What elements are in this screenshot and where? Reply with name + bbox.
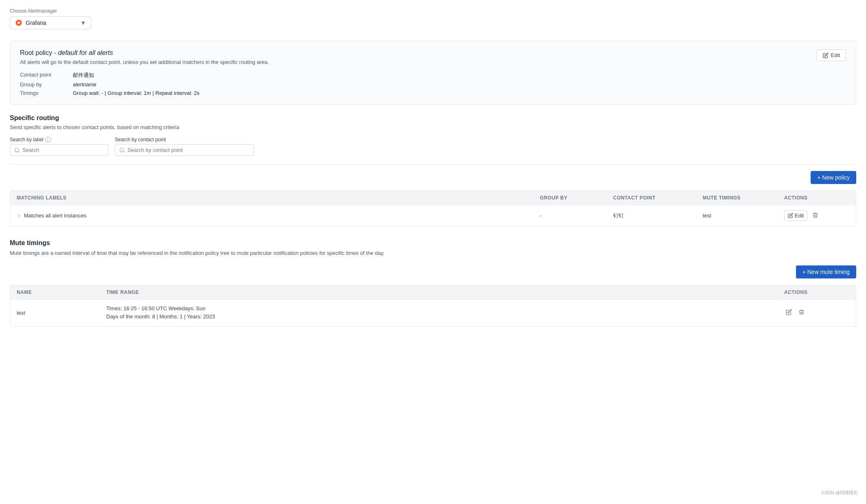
mute-col-time-range: Time range <box>106 289 784 295</box>
timings-value: Group wait: - | Group interval: 1m | Rep… <box>73 90 200 96</box>
search-by-label-input[interactable] <box>22 147 104 153</box>
row-mute-timings: test <box>703 213 784 219</box>
alertmanager-label: Choose Alertmanager <box>10 8 856 14</box>
search-row: Search by label i Search by contact poin… <box>10 137 856 156</box>
choose-alertmanager-section: Choose Alertmanager Grafana ▼ <box>10 8 856 29</box>
mute-edit-icon <box>786 309 792 315</box>
col-mute-timings: Mute timings <box>703 195 784 201</box>
svg-line-4 <box>18 151 20 152</box>
matches-all-label: Matches all alert instances <box>24 213 86 219</box>
row-actions: Edit <box>784 210 849 221</box>
search-by-label-label: Search by label i <box>10 137 108 142</box>
mute-timings-section: Mute timings Mute timings are a named in… <box>10 239 856 327</box>
divider <box>10 164 856 164</box>
mute-row-name: test <box>17 310 106 316</box>
edit-icon <box>823 53 829 58</box>
row-delete-button[interactable] <box>811 210 820 221</box>
row-expander[interactable]: Matches all alert instances <box>17 213 540 219</box>
row-contact-point: 钉钉 <box>613 212 703 219</box>
group-by-value: alertname <box>73 81 96 88</box>
chevron-down-icon: ▼ <box>80 20 86 26</box>
root-policy-card: Edit Root policy - default for all alert… <box>10 41 856 105</box>
mute-row-edit-button[interactable] <box>784 307 794 318</box>
search-by-contact-label: Search by contact point <box>115 137 254 142</box>
mute-timings-description: Mute timings are a named interval of tim… <box>10 249 856 257</box>
specific-routing-section: Specific routing Send specific alerts to… <box>10 114 856 226</box>
mute-col-actions: Actions <box>784 289 849 295</box>
root-policy-title: Root policy - default for all alerts <box>20 49 846 57</box>
specific-routing-title: Specific routing <box>10 114 856 122</box>
table-row: Matches all alert instances - 钉钉 test Ed… <box>10 205 856 226</box>
root-policy-edit-label: Edit <box>831 52 840 58</box>
root-policy-description: All alerts will go to the default contac… <box>20 59 846 65</box>
chevron-right-icon <box>17 213 22 218</box>
alertmanager-selected-value: Grafana <box>26 20 46 26</box>
trash-icon <box>812 212 818 218</box>
mute-timings-title: Mute timings <box>10 239 856 247</box>
contact-point-value: 邮件通知 <box>73 72 94 79</box>
info-icon: i <box>45 137 51 142</box>
svg-point-3 <box>15 148 19 151</box>
svg-point-2 <box>18 22 20 24</box>
mute-table-row: test Times: 16:25 - 16:50 UTC Weekdays: … <box>10 300 856 327</box>
alertmanager-dropdown[interactable]: Grafana ▼ <box>10 16 91 29</box>
search-by-contact-input-wrap[interactable] <box>115 144 254 156</box>
mute-row-actions <box>784 307 849 318</box>
row-edit-icon <box>788 213 793 218</box>
new-policy-button[interactable]: + New policy <box>811 171 856 184</box>
mute-row-time-range: Times: 16:25 - 16:50 UTC Weekdays: Sun D… <box>106 305 784 322</box>
new-policy-row: + New policy <box>10 171 856 191</box>
contact-point-label: Contact point <box>20 72 73 79</box>
search-by-label-input-wrap[interactable] <box>10 144 108 156</box>
col-actions: Actions <box>784 195 849 201</box>
col-group-by: Group by <box>540 195 613 201</box>
mute-table: Name Time range Actions test Times: 16:2… <box>10 285 856 327</box>
routing-table: Matching labels Group by Contact point M… <box>10 191 856 226</box>
root-policy-edit-button[interactable]: Edit <box>817 49 846 61</box>
row-edit-button[interactable]: Edit <box>784 210 807 221</box>
search-by-label-group: Search by label i <box>10 137 108 156</box>
svg-line-6 <box>123 151 125 152</box>
search-by-contact-point-group: Search by contact point <box>115 137 254 156</box>
mute-row-delete-button[interactable] <box>797 307 806 318</box>
col-matching-labels: Matching labels <box>17 195 540 201</box>
search-contact-icon <box>119 147 125 153</box>
mute-col-name: Name <box>17 289 106 295</box>
specific-routing-description: Send specific alerts to chosen contact p… <box>10 124 856 130</box>
group-by-row: Group by alertname <box>20 81 846 88</box>
new-mute-row: + New mute timing <box>10 265 856 285</box>
mute-trash-icon <box>798 309 805 315</box>
new-mute-timing-button[interactable]: + New mute timing <box>796 265 856 278</box>
col-contact-point: Contact point <box>613 195 703 201</box>
grafana-logo-icon <box>15 19 22 26</box>
policy-meta: Contact point 邮件通知 Group by alertname Ti… <box>20 72 846 96</box>
svg-point-5 <box>120 148 124 151</box>
contact-point-row: Contact point 邮件通知 <box>20 72 846 79</box>
search-label-icon <box>14 147 20 153</box>
timings-row: Timings Group wait: - | Group interval: … <box>20 90 846 96</box>
routing-table-header: Matching labels Group by Contact point M… <box>10 191 856 205</box>
timings-label: Timings <box>20 90 73 96</box>
group-by-label: Group by <box>20 81 73 88</box>
mute-table-header: Name Time range Actions <box>10 285 856 300</box>
row-group-by: - <box>540 213 613 219</box>
search-by-contact-input[interactable] <box>127 147 250 153</box>
